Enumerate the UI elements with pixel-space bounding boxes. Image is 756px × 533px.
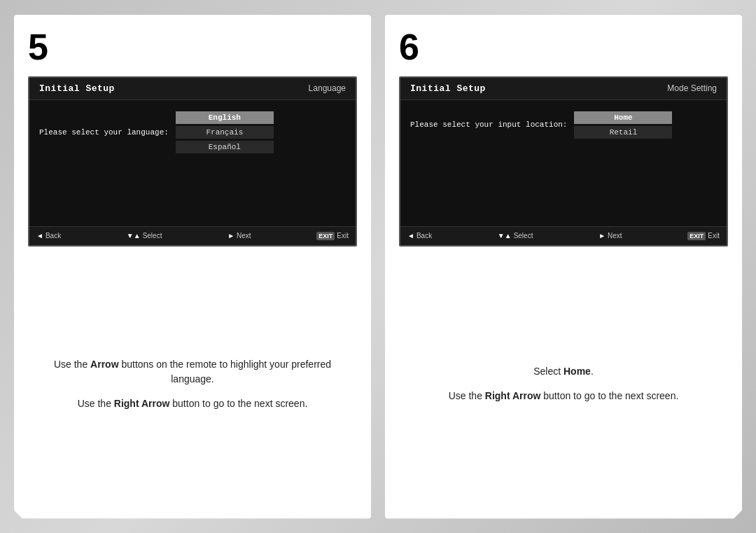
tv-screen: Initial SetupLanguagePlease select your … — [28, 76, 357, 247]
tv-btn-back[interactable]: ◄Back — [407, 232, 432, 240]
desc-paragraph: Use the Right Arrow button to go to the … — [449, 389, 679, 403]
tv-btn-label: Back — [46, 232, 61, 240]
tv-btn-arrow-icon: ► — [598, 232, 606, 240]
page-wrapper: 5Initial SetupLanguagePlease select your… — [0, 0, 756, 533]
tv-option[interactable]: Français — [176, 126, 274, 139]
card-number: 6 — [399, 29, 728, 65]
tv-btn-next[interactable]: ►Next — [227, 232, 251, 240]
tv-header: Initial SetupMode Setting — [400, 78, 727, 100]
tv-content: Please select your input location:HomeRe… — [400, 100, 727, 226]
tv-content: Please select your language:EnglishFranç… — [29, 100, 356, 226]
tv-btn-label: Next — [237, 232, 251, 240]
tv-header: Initial SetupLanguage — [29, 78, 356, 100]
tv-content-row: Please select your language:EnglishFranç… — [39, 111, 346, 153]
tv-btn-arrow-icon: ▼▲ — [127, 232, 141, 240]
card-description: Select Home.Use the Right Arrow button t… — [399, 263, 728, 505]
tv-header-title: Initial Setup — [410, 83, 486, 94]
tv-btn-box-icon: EXIT — [687, 232, 706, 240]
tv-option[interactable]: Retail — [574, 126, 672, 139]
tv-btn-next[interactable]: ►Next — [598, 232, 622, 240]
tv-header-subtitle: Language — [309, 83, 346, 93]
tv-btn-arrow-icon: ▼▲ — [498, 232, 512, 240]
card-number: 5 — [28, 29, 357, 65]
tv-btn-label: Next — [608, 232, 622, 240]
tv-options: HomeRetail — [574, 111, 672, 139]
tv-btn-select[interactable]: ▼▲Select — [498, 232, 533, 240]
tv-btn-label: Exit — [708, 232, 720, 240]
tv-content-row: Please select your input location:HomeRe… — [410, 111, 717, 139]
tv-options: EnglishFrançaisEspañol — [176, 111, 274, 153]
tv-bottom-bar: ◄Back▼▲Select►NextEXITExit — [29, 226, 356, 245]
tv-content-label: Please select your input location: — [410, 120, 567, 129]
card-5: 5Initial SetupLanguagePlease select your… — [14, 15, 371, 519]
tv-btn-select[interactable]: ▼▲Select — [127, 232, 162, 240]
tv-btn-exit[interactable]: EXITExit — [687, 232, 720, 240]
tv-header-subtitle: Mode Setting — [667, 83, 717, 93]
tv-header-title: Initial Setup — [39, 83, 115, 94]
tv-option[interactable]: Home — [574, 111, 672, 124]
desc-paragraph: Use the Arrow buttons on the remote to h… — [42, 357, 343, 387]
tv-option[interactable]: English — [176, 111, 274, 124]
tv-screen: Initial SetupMode SettingPlease select y… — [399, 76, 728, 247]
tv-btn-arrow-icon: ◄ — [36, 232, 43, 240]
tv-btn-label: Back — [416, 232, 432, 240]
tv-btn-label: Select — [143, 232, 162, 240]
desc-paragraph: Select Home. — [533, 364, 594, 379]
tv-bottom-bar: ◄Back▼▲Select►NextEXITExit — [400, 226, 727, 245]
desc-paragraph: Use the Right Arrow button to go to the … — [78, 396, 308, 411]
tv-btn-exit[interactable]: EXITExit — [316, 232, 349, 240]
tv-content-label: Please select your language: — [39, 128, 169, 137]
tv-option[interactable]: Español — [176, 141, 274, 153]
tv-btn-label: Exit — [337, 232, 349, 240]
card-description: Use the Arrow buttons on the remote to h… — [28, 263, 357, 505]
tv-btn-arrow-icon: ► — [227, 232, 234, 240]
card-6: 6Initial SetupMode SettingPlease select … — [385, 15, 742, 519]
tv-btn-back[interactable]: ◄Back — [36, 232, 61, 240]
tv-btn-box-icon: EXIT — [316, 232, 335, 240]
tv-btn-label: Select — [514, 232, 533, 240]
tv-btn-arrow-icon: ◄ — [407, 232, 414, 240]
